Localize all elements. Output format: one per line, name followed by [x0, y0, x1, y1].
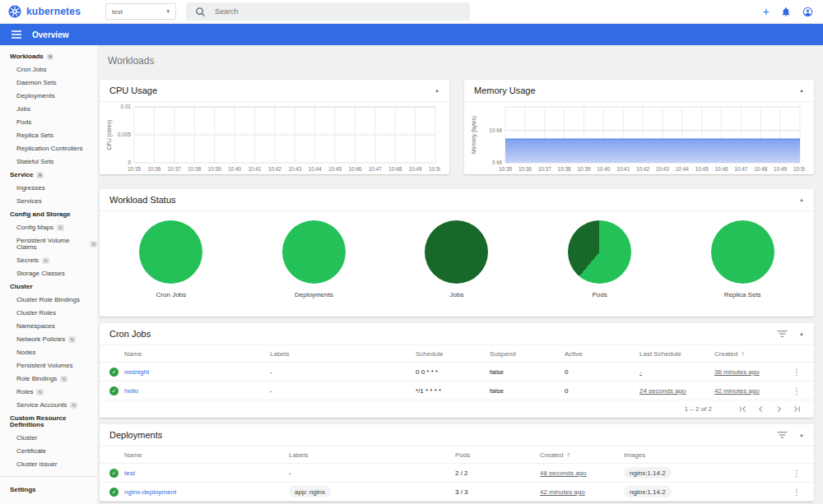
- sidebar-item-deployments[interactable]: Deployments: [0, 90, 97, 103]
- sidebar-item-roles[interactable]: RolesN: [0, 386, 97, 399]
- menu-button[interactable]: [12, 30, 21, 39]
- sidebar-item-replication-controllers[interactable]: Replication Controllers: [0, 142, 97, 155]
- sidebar-item-storage-classes[interactable]: Storage Classes: [0, 267, 97, 280]
- next-page-button[interactable]: [770, 405, 788, 414]
- deployment-name-link[interactable]: test: [124, 469, 135, 477]
- column-header-label: Last Schedule: [639, 350, 681, 358]
- namespace-select[interactable]: test ▾: [105, 3, 176, 20]
- sidebar-item-settings[interactable]: Settings: [0, 482, 97, 498]
- sidebar-item-nodes[interactable]: Nodes: [0, 346, 97, 359]
- pie-chart-cron-jobs[interactable]: [139, 220, 202, 284]
- sidebar-section-service[interactable]: ServiceN: [0, 169, 97, 182]
- namespaced-badge: N: [70, 402, 77, 409]
- sidebar-section-workloads[interactable]: WorkloadsN: [0, 50, 97, 63]
- pie-chart-jobs[interactable]: [425, 220, 488, 284]
- column-header-created[interactable]: Created↑: [714, 350, 793, 358]
- sidebar-item-replica-sets[interactable]: Replica Sets: [0, 129, 97, 142]
- cell-created: 42 minutes ago: [540, 488, 585, 496]
- sidebar-item-certificate[interactable]: Certificate: [0, 445, 97, 458]
- brand-home-link[interactable]: kubernetes: [0, 5, 97, 18]
- previous-page-button[interactable]: [751, 405, 770, 414]
- collapse-arrow-icon[interactable]: ▲: [799, 88, 804, 93]
- sidebar-item-label: Ingresses: [16, 185, 45, 192]
- sidebar-item-role-bindings[interactable]: Role BindingsN: [0, 372, 97, 386]
- column-header-last-schedule[interactable]: Last Schedule: [639, 350, 714, 358]
- pie-chart-deployments[interactable]: [282, 220, 346, 284]
- collapse-arrow-icon[interactable]: ▲: [799, 432, 804, 437]
- svg-text:10:35: 10:35: [499, 166, 512, 172]
- column-header-active[interactable]: Active: [565, 350, 639, 358]
- svg-text:10:46: 10:46: [715, 166, 728, 172]
- sidebar-item-cluster-roles[interactable]: Cluster Roles: [0, 307, 97, 320]
- sidebar-item-stateful-sets[interactable]: Stateful Sets: [0, 155, 97, 169]
- last-page-button[interactable]: [788, 405, 806, 414]
- sidebar-item-jobs[interactable]: Jobs: [0, 103, 97, 116]
- sidebar-item-label: Replica Sets: [16, 132, 53, 139]
- sidebar-item-network-policies[interactable]: Network PoliciesN: [0, 333, 97, 346]
- column-header-images[interactable]: Images: [624, 451, 793, 459]
- pie-chart-pods[interactable]: [568, 220, 631, 284]
- notifications-button[interactable]: [781, 7, 791, 17]
- filter-icon[interactable]: [777, 431, 788, 439]
- deployment-name-link[interactable]: nginx-deployment: [124, 488, 176, 496]
- kubernetes-logo-icon: [8, 5, 21, 18]
- cpu-usage-title: CPU Usage: [109, 86, 423, 95]
- create-resource-button[interactable]: +: [763, 7, 770, 16]
- search-bar[interactable]: Search: [186, 2, 470, 21]
- column-header-schedule[interactable]: Schedule: [416, 350, 490, 358]
- sidebar-item-services[interactable]: Services: [0, 195, 97, 208]
- column-header-name[interactable]: Name: [124, 350, 270, 358]
- row-menu-button[interactable]: ⋮: [793, 368, 801, 377]
- pie-chart-replica-sets[interactable]: [711, 220, 774, 284]
- sidebar-item-cluster-role-bindings[interactable]: Cluster Role Bindings: [0, 294, 97, 307]
- sidebar-item-cluster-issuer[interactable]: Cluster Issuer: [0, 458, 97, 471]
- filter-icon[interactable]: [777, 330, 788, 338]
- sidebar-item-pods[interactable]: Pods: [0, 116, 97, 129]
- column-header-suspend[interactable]: Suspend: [490, 350, 565, 358]
- sidebar-item-namespaces[interactable]: Namespaces: [0, 320, 97, 333]
- collapse-arrow-icon[interactable]: ▲: [435, 88, 439, 93]
- workload-pie-jobs: Jobs: [425, 220, 488, 298]
- column-header-labels[interactable]: Labels: [289, 451, 455, 459]
- workload-status-card: Workload Status ▲ Cron JobsDeploymentsJo…: [100, 189, 814, 317]
- sidebar-item-persistent-volume-claims[interactable]: Persistent Volume ClaimsN: [0, 234, 97, 254]
- sidebar-item-secrets[interactable]: SecretsN: [0, 254, 97, 267]
- sidebar-item-ingresses[interactable]: Ingresses: [0, 182, 97, 195]
- sidebar-item-cluster[interactable]: Cluster: [0, 432, 97, 445]
- svg-text:10:50: 10:50: [429, 166, 440, 172]
- svg-text:10:43: 10:43: [656, 166, 669, 172]
- sidebar-item-about[interactable]: About: [0, 498, 97, 504]
- collapse-arrow-icon[interactable]: ▲: [799, 331, 804, 336]
- cron-jobs-card: Cron Jobs ▲ NameLabelsScheduleSuspendAct…: [100, 323, 814, 418]
- deployments-card-header: Deployments ▲: [100, 424, 814, 446]
- row-menu-button[interactable]: ⋮: [793, 469, 801, 478]
- sidebar-section-cluster[interactable]: Cluster: [0, 280, 97, 294]
- column-header-pods[interactable]: Pods: [455, 451, 540, 459]
- cron-jobs-table: NameLabelsScheduleSuspendActiveLast Sche…: [100, 345, 814, 400]
- namespace-value: test: [112, 8, 123, 16]
- content-heading: Workloads: [108, 55, 814, 67]
- account-button[interactable]: [802, 7, 813, 17]
- first-page-button[interactable]: [733, 405, 751, 414]
- cronjob-name-link[interactable]: hello: [124, 387, 138, 395]
- sidebar-item-config-maps[interactable]: Config MapsN: [0, 221, 97, 234]
- sidebar-item-persistent-volumes[interactable]: Persistent Volumes: [0, 359, 97, 372]
- column-header-created[interactable]: Created↑: [540, 451, 624, 459]
- sidebar-item-service-accounts[interactable]: Service AccountsN: [0, 399, 97, 412]
- cronjob-name-link[interactable]: midnight: [124, 368, 149, 376]
- row-menu-button[interactable]: ⋮: [793, 488, 801, 497]
- sidebar-section-config-and-storage[interactable]: Config and Storage: [0, 208, 97, 221]
- column-header-labels[interactable]: Labels: [270, 350, 416, 358]
- sidebar-section-custom-resource-definitions[interactable]: Custom Resource Definitions: [0, 412, 97, 432]
- row-menu-button[interactable]: ⋮: [793, 386, 801, 395]
- cell-pods: 2 / 2: [455, 469, 540, 477]
- column-header-name[interactable]: Name: [124, 451, 289, 459]
- status-success-icon: ✓: [109, 469, 119, 478]
- sidebar-item-daemon-sets[interactable]: Daemon Sets: [0, 76, 97, 90]
- deployments-table: NameLabelsPodsCreated↑Images✓test-2 / 24…: [100, 446, 814, 502]
- pagination-range-label: 1 – 2 of 2: [685, 405, 712, 413]
- sidebar-item-label: Replication Controllers: [16, 146, 82, 152]
- deployments-card: Deployments ▲ NameLabelsPodsCreated↑Imag…: [100, 424, 814, 502]
- sidebar-item-cron-jobs[interactable]: Cron Jobs: [0, 63, 97, 76]
- collapse-arrow-icon[interactable]: ▲: [799, 197, 804, 202]
